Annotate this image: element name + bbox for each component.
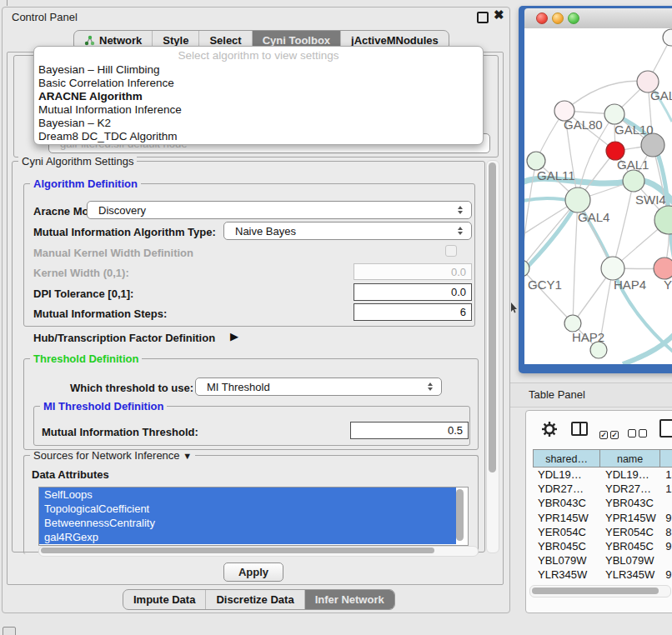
manual-kernel-checkbox[interactable] — [445, 245, 457, 257]
split-columns-icon[interactable] — [571, 422, 588, 436]
table-cell: 9. — [660, 568, 672, 581]
table-cell: 9. — [660, 540, 672, 552]
minimized-panel-icon[interactable] — [3, 627, 16, 635]
attr-list-hscrollbar-track[interactable] — [38, 546, 479, 557]
tab-label: Style — [163, 34, 188, 47]
table-row[interactable]: YDL19…YDL19…13 — [533, 468, 672, 482]
table-header-row: shared…nameA — [533, 449, 672, 468]
network-icon — [84, 35, 95, 46]
network-edge[interactable] — [524, 268, 573, 323]
table-cell: YLR345W — [533, 568, 600, 581]
close-traffic-light-icon[interactable] — [536, 12, 548, 24]
table-column-header[interactable]: shared… — [533, 449, 600, 468]
table-column-header[interactable]: name — [600, 449, 660, 468]
settings-scrollbar-thumb[interactable] — [489, 162, 496, 472]
apply-button[interactable]: Apply — [223, 562, 283, 582]
mi-threshold-input[interactable]: 0.5 — [350, 422, 469, 439]
network-canvas[interactable]: GALGAL80GAL10GAL1GAL11SWI4GAL4GCY1HAP4YH… — [524, 28, 672, 364]
aracne-mode-combo[interactable]: Discovery — [87, 201, 472, 219]
table-hscrollbar-thumb[interactable] — [532, 588, 659, 594]
network-node-label: SWI4 — [635, 192, 666, 207]
table-row[interactable]: YBR045CYBR045C9. — [533, 539, 672, 553]
bottom-tab-infer-network[interactable]: Infer Network — [305, 590, 394, 609]
which-threshold-combo[interactable]: MI Threshold — [195, 378, 442, 396]
algorithm-option[interactable]: Basic Correlation Inference — [38, 77, 174, 89]
network-node[interactable] — [604, 104, 624, 124]
network-node-label: GAL — [650, 88, 672, 102]
bottom-tab-discretize-data[interactable]: Discretize Data — [206, 590, 304, 609]
close-icon[interactable]: ✖ — [494, 8, 504, 22]
tab-label: Select — [209, 34, 241, 47]
table-hscrollbar-track[interactable] — [529, 585, 671, 598]
network-edge[interactable] — [524, 200, 578, 268]
table-row[interactable]: YBR043CYBR043C — [533, 496, 672, 510]
network-node-label: GAL10 — [614, 122, 654, 137]
network-edge[interactable] — [564, 81, 648, 111]
network-edge[interactable] — [524, 202, 578, 277]
hub-definition-label[interactable]: Hub/Transcription Factor Definition — [33, 332, 215, 344]
control-panel-title: Control Panel — [12, 11, 78, 23]
settings-scrollbar-track[interactable] — [486, 160, 499, 553]
dpi-tolerance-input[interactable]: 0.0 — [354, 283, 472, 301]
table-cell: YBR043C — [600, 497, 660, 509]
attribute-list-item[interactable]: TopologicalCoefficient — [39, 502, 456, 516]
spinner-arrows-icon — [458, 206, 464, 214]
unselect-columns-icon[interactable] — [628, 426, 649, 441]
attribute-list-item[interactable]: gal4RGexp — [39, 530, 456, 544]
table-panel-window: ✓✓ shared…nameA YDL19…YDL19…13YDR27…YDR2… — [525, 410, 672, 613]
network-node[interactable] — [623, 170, 644, 192]
table-row[interactable]: YPR145WYPR145W9. — [533, 511, 672, 525]
table-cell: YER054C — [600, 526, 660, 538]
network-edge[interactable] — [613, 181, 634, 268]
network-node-label: Y — [664, 278, 672, 292]
network-node[interactable] — [663, 29, 672, 46]
network-node[interactable] — [590, 342, 607, 358]
table-cell: YBR043C — [533, 497, 600, 509]
algorithm-option[interactable]: Mutual Information Inference — [38, 103, 182, 116]
network-edge[interactable] — [623, 328, 672, 364]
kernel-width-input[interactable]: 0.0 — [354, 263, 472, 280]
mouse-cursor — [510, 302, 518, 313]
attr-list-hscrollbar-thumb[interactable] — [41, 548, 434, 553]
bottom-tab-impute-data[interactable]: Impute Data — [123, 590, 206, 609]
mi-steps-input[interactable]: 6 — [354, 303, 472, 321]
table-row[interactable]: YER054CYER054C8. — [533, 525, 672, 539]
sources-title-text: Sources for Network Inference — [33, 449, 180, 462]
attribute-list-item[interactable]: BetweennessCentrality — [39, 516, 456, 530]
data-attributes-list[interactable]: SelfLoopsTopologicalCoefficientBetweenne… — [38, 487, 469, 546]
algorithm-option[interactable]: Bayesian – Hill Climbing — [38, 63, 160, 76]
table-cell: YDL19… — [600, 468, 660, 481]
cyni-algorithm-settings-title: Cyni Algorithm Settings — [18, 156, 137, 167]
table-body: YDL19…YDL19…13YDR27…YDR27…12YBR043CYBR04… — [533, 468, 672, 583]
float-panel-icon[interactable] — [477, 12, 489, 23]
algorithm-option[interactable]: Dream8 DC_TDC Algorithm — [38, 130, 178, 142]
attr-list-scrollbar-thumb[interactable] — [456, 489, 464, 541]
export-table-icon[interactable] — [659, 419, 672, 438]
network-node[interactable] — [654, 258, 672, 279]
attribute-list-item[interactable]: SelfLoops — [39, 488, 456, 502]
table-row[interactable]: YLR345WYLR345W9. — [533, 568, 672, 582]
expand-right-icon[interactable]: ▶ — [230, 330, 238, 342]
gear-icon[interactable] — [541, 421, 558, 438]
network-node[interactable] — [565, 188, 590, 212]
data-attributes-label: Data Attributes — [32, 468, 109, 481]
select-checked-columns-icon[interactable]: ✓✓ — [599, 426, 621, 441]
sources-group-title[interactable]: Sources for Network Inference ▼ — [30, 450, 195, 462]
table-cell: 8. — [660, 526, 672, 538]
network-node[interactable] — [641, 133, 664, 157]
collapse-down-icon[interactable]: ▼ — [183, 451, 192, 461]
table-cell: YBR045C — [600, 540, 660, 552]
table-column-header[interactable]: A — [660, 449, 672, 468]
mi-type-combo[interactable]: Naive Bayes — [223, 222, 472, 240]
algorithm-option[interactable]: ARACNE Algorithm — [38, 90, 143, 102]
minimize-traffic-light-icon[interactable] — [552, 12, 564, 24]
algorithm-option[interactable]: Bayesian – K2 — [38, 117, 111, 129]
table-row[interactable]: YBL079WYBL079W — [533, 553, 672, 568]
network-node[interactable] — [527, 152, 545, 170]
network-node[interactable] — [601, 257, 624, 280]
screen: Control Panel ✖ NetworkStyleSelectCyni T… — [0, 0, 672, 635]
network-node[interactable] — [564, 315, 581, 332]
table-row[interactable]: YDR27…YDR27…12 — [533, 482, 672, 496]
zoom-traffic-light-icon[interactable] — [568, 12, 579, 24]
table-row[interactable]: YIL052CYIL052C9 — [533, 582, 672, 584]
